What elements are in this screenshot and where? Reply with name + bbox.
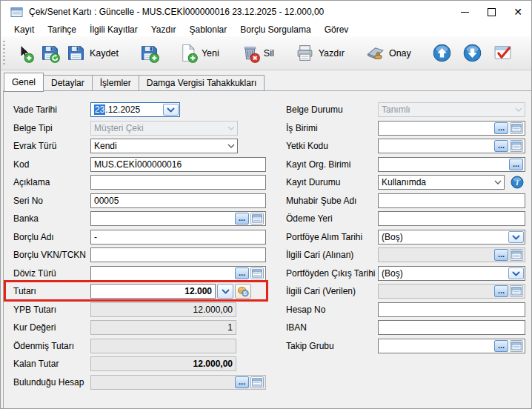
iban-input[interactable] [378, 320, 525, 335]
bulundugu-hesap-list-button[interactable] [250, 376, 264, 388]
vade-tarihi-field-wrap: 23.12.2025 [90, 102, 180, 117]
bulundugu-hesap-label: Bulunduğu Hesap [13, 375, 84, 390]
kayit-org-birimi-input[interactable]: ... [378, 157, 525, 172]
toolbar-button-label: Sil [264, 48, 274, 59]
menu-item-gorev[interactable]: Görev [318, 24, 356, 36]
banka-list-button[interactable] [250, 213, 264, 225]
add-record-button[interactable] [11, 41, 37, 65]
hesap-no-input[interactable] [378, 302, 525, 317]
takip-grubu-input[interactable]: ... [378, 339, 525, 353]
belge-tipi-row: Belge TipiMüşteri Çeki [13, 121, 273, 136]
ilgili-cari-alinan-browse-button[interactable]: ... [494, 249, 508, 261]
odeme-yeri-input[interactable] [378, 211, 525, 226]
evrak-turu-field-wrap: Kendi [90, 139, 238, 153]
save-button[interactable]: Kaydet [63, 41, 124, 65]
tasks-button[interactable] [490, 41, 516, 65]
muhabir-sube-adi-input[interactable] [378, 193, 525, 208]
toolbar-button-label: Yazdır [319, 48, 345, 59]
vade-tarihi-dropdown-button[interactable] [163, 104, 179, 116]
portfoye-alim-tarihi-row: Portföye Alım Tarihi(Boş) [286, 230, 528, 245]
check-window-icon [493, 43, 513, 63]
save-refresh-button[interactable] [37, 41, 63, 65]
evrak-turu-combo[interactable]: Kendi [90, 139, 238, 153]
kalan-tutar-label: Kalan Tutar [13, 356, 59, 371]
belge-tipi-combo: Müşteri Çeki [90, 121, 238, 136]
portfoyden-cikis-tarihi-field-wrap: (Boş) [378, 266, 525, 281]
banka-input[interactable]: ... [90, 211, 266, 226]
portfoye-alim-tarihi-date-combo[interactable]: (Boş) [378, 230, 525, 245]
date-rest-part: .12.2025 [105, 104, 140, 115]
kayit-durumu-combo[interactable]: Kullanımda [378, 175, 505, 190]
borclu-adi-field-wrap: - [90, 230, 266, 245]
kod-input[interactable]: MUS.CEKİ000000016 [90, 157, 266, 172]
new-button[interactable]: Yeni [175, 41, 225, 65]
yetki-kodu-list-button[interactable] [510, 140, 523, 152]
save-new-button[interactable] [136, 41, 162, 65]
banka-browse-button[interactable]: ... [235, 213, 249, 225]
is-birimi-list-button[interactable] [510, 122, 523, 134]
kalan-tutar-input: 12.000,00 [90, 356, 236, 371]
borclu-vkn-tckn-input[interactable] [90, 247, 266, 262]
ilgili-cari-verilen-list-button[interactable] [510, 285, 523, 297]
info-icon[interactable]: i [511, 176, 524, 189]
yetki-kodu-input[interactable]: ... [378, 139, 525, 153]
close-button[interactable]: ✕ [505, 1, 531, 23]
seri-no-input[interactable]: 00005 [90, 193, 266, 208]
save-plus-icon [139, 43, 159, 63]
tutari-value: 12.000 [94, 286, 212, 296]
tab-islemler[interactable]: İşlemler [93, 75, 139, 91]
takip-grubu-browse-button[interactable]: ... [494, 340, 508, 352]
doviz-turu-input[interactable]: ... [90, 266, 266, 281]
bulundugu-hesap-browse-button[interactable]: ... [235, 376, 249, 388]
aciklama-input[interactable] [90, 175, 266, 190]
tab-genel[interactable]: Genel [4, 73, 44, 92]
vade-tarihi-input[interactable]: 23.12.2025 [90, 102, 180, 117]
is-birimi-input[interactable]: ... [378, 121, 525, 136]
portfoye-alim-tarihi-dropdown-button[interactable] [508, 231, 524, 243]
odenmis-tutari-input [90, 339, 236, 353]
takip-grubu-list-button[interactable] [510, 340, 523, 352]
borclu-adi-value: - [94, 232, 262, 242]
menu-item-sablonlar[interactable]: Şablonlar [183, 24, 234, 36]
doviz-turu-list-button[interactable] [250, 267, 264, 279]
approve-button[interactable]: Onay [362, 41, 416, 65]
maximize-button[interactable] [478, 1, 505, 23]
next-button[interactable] [459, 41, 485, 65]
tutari-dropdown-button[interactable] [217, 284, 233, 299]
menu-item-tarihce[interactable]: Tarihçe [41, 24, 83, 36]
is-birimi-label: İş Birimi [286, 121, 318, 136]
borclu-adi-input[interactable]: - [90, 230, 266, 245]
prev-button[interactable] [429, 41, 455, 65]
tab-detaylar[interactable]: Detaylar [44, 75, 93, 91]
portfoyden-cikis-tarihi-dropdown-button[interactable] [508, 267, 524, 279]
menu-item-borclu-sorgulama[interactable]: Borçlu Sorgulama [233, 24, 317, 36]
tutari-currency-convert-button[interactable] [235, 284, 251, 299]
yetki-kodu-browse-button[interactable]: ... [494, 140, 508, 152]
takip-grubu-field-wrap: ... [378, 339, 525, 353]
menu-item-ilgili-kayitlar[interactable]: İlgili Kayıtlar [83, 24, 144, 36]
delete-button[interactable]: Sil [237, 41, 279, 65]
kayit-org-birimi-browse-button[interactable]: ... [509, 159, 523, 170]
bulundugu-hesap-row: Bulunduğu Hesap... [13, 375, 273, 390]
menu-item-yazdir[interactable]: Yazdır [144, 24, 183, 36]
maximize-icon [488, 8, 496, 16]
tab-damga-vergisi-tahakkuklari[interactable]: Damga Vergisi Tahakkukları [139, 75, 265, 91]
ilgili-cari-verilen-browse-button[interactable]: ... [494, 285, 508, 297]
date-selected-part: 23 [94, 104, 105, 115]
portfoyden-cikis-tarihi-date-combo[interactable]: (Boş) [378, 266, 525, 281]
minimize-icon [461, 12, 469, 13]
print-button[interactable]: Yazdır [292, 41, 350, 65]
tutari-input[interactable]: 12.000 [90, 284, 216, 299]
menu-item-kayit[interactable]: Kayıt [7, 24, 41, 36]
minimize-button[interactable] [451, 1, 478, 23]
ilgili-cari-alinan-list-button[interactable] [510, 249, 523, 261]
toolbar-button-label: Yeni [202, 48, 219, 59]
doviz-turu-browse-button[interactable]: ... [235, 267, 249, 279]
tab-strip: GenelDetaylarİşlemlerDamga Vergisi Tahak… [4, 73, 265, 91]
is-birimi-browse-button[interactable]: ... [494, 122, 508, 134]
printer-icon [295, 43, 315, 63]
tutari-row: Tutarı12.000 [13, 284, 273, 299]
borclu-vkn-tckn-label: Borçlu VKN/TCKN [13, 247, 86, 262]
odenmis-tutari-label: Ödenmiş Tutarı [13, 339, 74, 353]
hesap-no-row: Hesap No [286, 302, 528, 317]
